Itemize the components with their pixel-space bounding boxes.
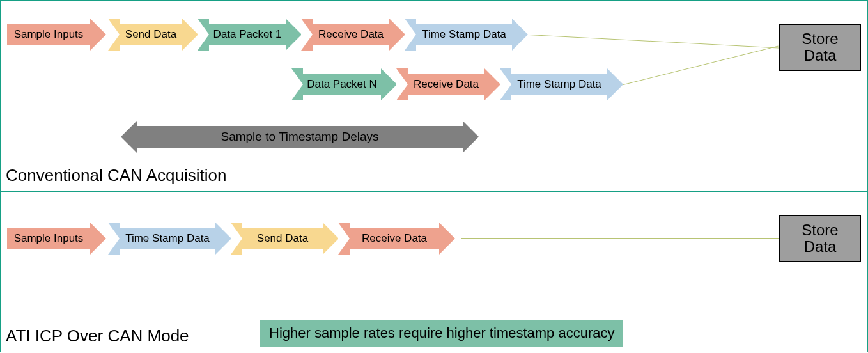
panel-ati-icp: Sample Inputs Time Stamp Data Send Data … — [0, 191, 868, 352]
arrow-time-stamp: Time Stamp Data — [405, 19, 528, 51]
delay-double-arrow: Sample to Timestamp Delays — [121, 121, 479, 153]
arrow-data-packet-1: Data Packet 1 — [198, 19, 302, 51]
arrow-data-packet-n: Data Packet N — [291, 68, 397, 100]
store-data-box-b: Store Data — [779, 215, 861, 262]
arrow-label: Time Stamp Data — [416, 24, 512, 45]
arrow-receive-data: Receive Data — [301, 19, 405, 51]
arrow-label: Receive Data — [350, 228, 439, 249]
arrow-receive-data-b: Receive Data — [338, 223, 455, 255]
panel-conventional: Sample Inputs Send Data Data Packet 1 Re… — [0, 0, 868, 191]
caption-ati: ATI ICP Over CAN Mode — [6, 326, 189, 346]
arrow-label: Time Stamp Data — [120, 228, 215, 249]
note-higher-sample-rates: Higher sample rates require higher times… — [260, 320, 623, 347]
arrow-sample-inputs: Sample Inputs — [7, 19, 106, 51]
arrow-label: Receive Data — [313, 24, 389, 45]
delay-label: Sample to Timestamp Delays — [137, 126, 463, 148]
arrow-label: Receive Data — [408, 74, 484, 95]
arrow-send-data: Send Data — [108, 19, 198, 51]
arrow-label: Send Data — [242, 228, 323, 249]
arrow-label: Data Packet 1 — [209, 24, 286, 45]
arrow-label: Time Stamp Data — [511, 74, 607, 95]
store-label: Store Data — [802, 222, 838, 256]
arrow-label: Sample Inputs — [7, 228, 90, 249]
arrow-sample-inputs-b: Sample Inputs — [7, 223, 106, 255]
diagram-canvas: Sample Inputs Send Data Data Packet 1 Re… — [0, 0, 868, 353]
arrow-label: Data Packet N — [303, 74, 381, 95]
arrow-send-data-b: Send Data — [231, 223, 339, 255]
arrow-receive-data-2: Receive Data — [396, 68, 500, 100]
arrow-time-stamp-2: Time Stamp Data — [500, 68, 623, 100]
store-data-box: Store Data — [779, 24, 861, 71]
arrow-label: Send Data — [120, 24, 182, 45]
store-label: Store Data — [802, 31, 838, 65]
arrow-label: Sample Inputs — [7, 24, 90, 45]
caption-conventional: Conventional CAN Acquisition — [6, 166, 226, 185]
arrow-time-stamp-b: Time Stamp Data — [108, 223, 231, 255]
